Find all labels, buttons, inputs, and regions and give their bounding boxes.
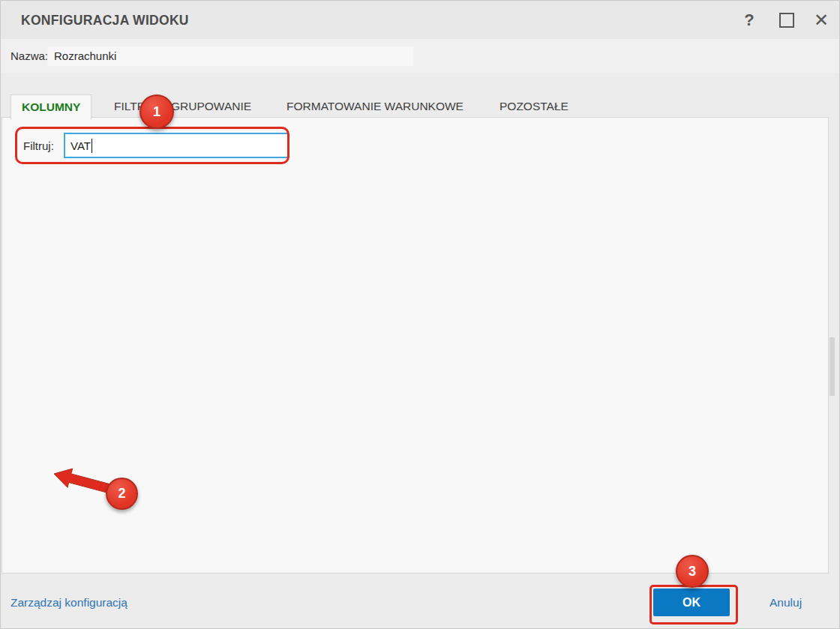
annotation-step-2: 2: [106, 478, 138, 510]
ok-button[interactable]: OK: [653, 589, 730, 616]
maximize-icon[interactable]: [774, 10, 800, 31]
tab-formatowanie-warunkowe[interactable]: FORMATOWANIE WARUNKOWE: [276, 94, 474, 118]
view-name-input[interactable]: Rozrachunki: [47, 46, 414, 67]
filter-label: Filtruj:: [23, 139, 54, 152]
annotation-step-3: 3: [676, 555, 709, 588]
text-caret: [92, 139, 92, 153]
filter-input[interactable]: VAT: [64, 133, 289, 158]
tab-grupowanie[interactable]: GRUPOWANIE: [160, 94, 262, 118]
filter-input-value: VAT: [70, 139, 91, 152]
cancel-link[interactable]: Anuluj: [770, 596, 802, 610]
dialog-title: KONFIGURACJA WIDOKU: [21, 13, 189, 28]
dialog-scrollbar-thumb[interactable]: [830, 337, 835, 396]
tab-kolumny[interactable]: KOLUMNY: [10, 94, 92, 119]
tab-pozostale[interactable]: POZOSTAŁE: [489, 94, 579, 118]
help-icon[interactable]: ?: [736, 10, 762, 31]
manage-configuration-link[interactable]: Zarządzaj konfiguracją: [10, 596, 128, 610]
annotation-step-1: 1: [140, 94, 174, 129]
close-icon[interactable]: ✕: [808, 10, 834, 31]
tab-bar: KOLUMNY FILTRY GRUPOWANIE FORMATOWANIE W…: [0, 94, 840, 118]
name-label: Nazwa:: [10, 49, 48, 62]
